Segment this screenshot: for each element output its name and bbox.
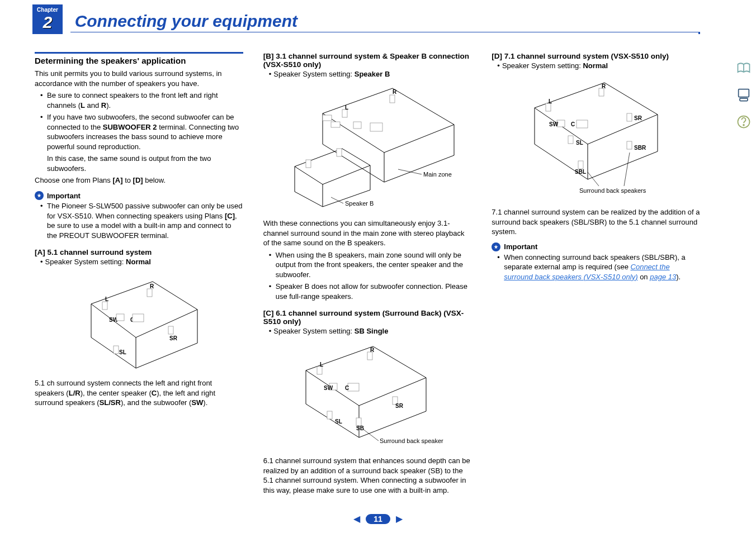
svg-text:SL: SL	[335, 418, 342, 425]
svg-rect-77	[599, 88, 604, 96]
plan-b-bullet-1: When using the B speakers, main zone sou…	[270, 250, 472, 280]
svg-line-33	[384, 155, 454, 182]
page-navigation: ◀ 11 ▶	[0, 513, 756, 524]
svg-text:R: R	[150, 283, 154, 289]
svg-rect-57	[348, 383, 359, 391]
svg-rect-16	[102, 302, 107, 310]
svg-rect-20	[114, 346, 119, 354]
section-title: Determining the speakers' application	[35, 56, 243, 65]
important-header: Important	[35, 191, 243, 200]
svg-rect-0	[739, 89, 749, 97]
svg-rect-17	[147, 289, 152, 297]
svg-text:SW: SW	[324, 385, 333, 391]
svg-rect-76	[546, 103, 551, 111]
svg-rect-79	[577, 120, 588, 128]
svg-text:L: L	[345, 104, 348, 111]
svg-text:Speaker B: Speaker B	[345, 200, 374, 207]
svg-rect-35	[337, 149, 342, 156]
svg-text:R: R	[393, 89, 397, 95]
important-header-d: Important	[492, 242, 700, 251]
plan-d-paragraph: 7.1 channel surround system can be reali…	[492, 207, 700, 237]
svg-rect-21	[168, 326, 173, 334]
side-nav-icons	[736, 60, 752, 130]
svg-rect-55	[367, 352, 372, 360]
plan-b-setting: •Speaker System setting: Speaker B	[269, 70, 472, 78]
plan-a-title: [A] 5.1 channel surround system	[35, 248, 243, 256]
svg-text:C: C	[345, 385, 349, 391]
svg-rect-41	[331, 122, 340, 127]
svg-text:R: R	[370, 347, 375, 353]
svg-rect-83	[627, 141, 632, 149]
plan-b-paragraph: With these connections you can simultane…	[263, 218, 472, 248]
svg-rect-39	[370, 123, 382, 131]
diagram-plan-d: L R SW C SL SR SBL SBR Surround back spe…	[492, 74, 700, 202]
bullet-subwoofer2: If you have two subwoofers, the second s…	[41, 112, 243, 173]
svg-rect-36	[342, 110, 347, 117]
book-icon[interactable]	[736, 60, 752, 76]
svg-text:SR: SR	[634, 115, 642, 121]
chapter-title: Connecting your equipment	[75, 12, 297, 34]
svg-line-9	[136, 343, 197, 368]
svg-line-26	[295, 192, 323, 207]
column-3: [D] 7.1 channel surround system (VSX-S51…	[492, 52, 700, 498]
diagram-plan-b: L R Main zone Speaker B	[263, 83, 472, 213]
svg-text:SW: SW	[549, 121, 559, 127]
svg-rect-60	[356, 418, 361, 426]
svg-point-3	[743, 125, 744, 126]
svg-rect-81	[627, 113, 632, 121]
important-label: Important	[47, 192, 81, 200]
important-bullet-sbl-sbr: When connecting surround back speakers (…	[498, 253, 700, 282]
device-icon[interactable]	[736, 87, 752, 103]
svg-text:Surround back speaker: Surround back speaker	[380, 437, 443, 444]
prev-page-arrow[interactable]: ◀	[353, 513, 360, 524]
svg-text:SB: SB	[356, 425, 364, 431]
svg-line-45	[398, 169, 422, 174]
svg-text:L: L	[549, 98, 552, 104]
plan-b-bullets: When using the B speakers, main zone sou…	[263, 250, 472, 302]
svg-rect-37	[390, 95, 395, 103]
svg-text:SR: SR	[395, 403, 404, 409]
svg-rect-58	[327, 411, 332, 419]
svg-rect-1	[740, 98, 748, 101]
svg-line-94	[624, 153, 630, 186]
svg-text:SL: SL	[119, 349, 126, 355]
help-icon[interactable]	[736, 114, 752, 130]
svg-text:Main zone: Main zone	[423, 171, 452, 178]
svg-line-75	[588, 151, 658, 179]
svg-text:R: R	[602, 83, 606, 89]
svg-text:L: L	[105, 296, 108, 302]
svg-rect-18	[116, 314, 124, 321]
svg-text:L: L	[320, 361, 323, 368]
svg-marker-48	[306, 346, 426, 406]
important-bullets: The Pioneer S-SLW500 passive subwoofer c…	[35, 201, 243, 240]
next-page-arrow[interactable]: ▶	[396, 513, 403, 524]
plan-a-description: 5.1 ch surround system connects the left…	[35, 378, 243, 408]
svg-text:SBL: SBL	[575, 169, 586, 175]
svg-rect-54	[317, 367, 322, 374]
bullet-front-channels: Be sure to connect speakers to the front…	[41, 91, 243, 110]
svg-marker-28	[323, 88, 454, 153]
important-icon	[492, 242, 500, 251]
plan-d-title: [D] 7.1 channel surround system (VSX-S51…	[492, 52, 700, 60]
page-number: 11	[366, 514, 390, 524]
svg-text:SL: SL	[576, 140, 583, 146]
important-bullets-d: When connecting surround back speakers (…	[492, 253, 700, 282]
svg-rect-38	[353, 122, 361, 129]
plan-b-bullet-2: Speaker B does not allow for subwoofer c…	[270, 282, 472, 301]
svg-line-52	[306, 404, 359, 437]
page-content: Determining the speakers' application Th…	[0, 34, 756, 498]
svg-rect-80	[568, 136, 573, 144]
intro-bullets: Be sure to connect speakers to the front…	[35, 91, 243, 173]
link-page-13[interactable]: page 13	[650, 273, 676, 281]
intro-paragraph: This unit permits you to build various s…	[35, 69, 243, 88]
choose-plans: Choose one from Plans [A] to [D] below.	[35, 175, 243, 185]
column-1: Determining the speakers' application Th…	[35, 52, 243, 498]
plan-c-title: [C] 6.1 channel surround system (Surroun…	[263, 309, 472, 326]
plan-c-paragraph: 6.1 channel surround system that enhance…	[263, 456, 472, 495]
svg-rect-34	[306, 160, 311, 168]
svg-rect-40	[323, 115, 332, 121]
plan-d-setting: •Speaker System setting: Normal	[497, 61, 700, 70]
svg-rect-82	[578, 161, 583, 169]
column-2: [B] 3.1 channel surround system & Speake…	[263, 52, 472, 498]
plan-a-setting: •Speaker System setting: Normal	[40, 258, 243, 266]
